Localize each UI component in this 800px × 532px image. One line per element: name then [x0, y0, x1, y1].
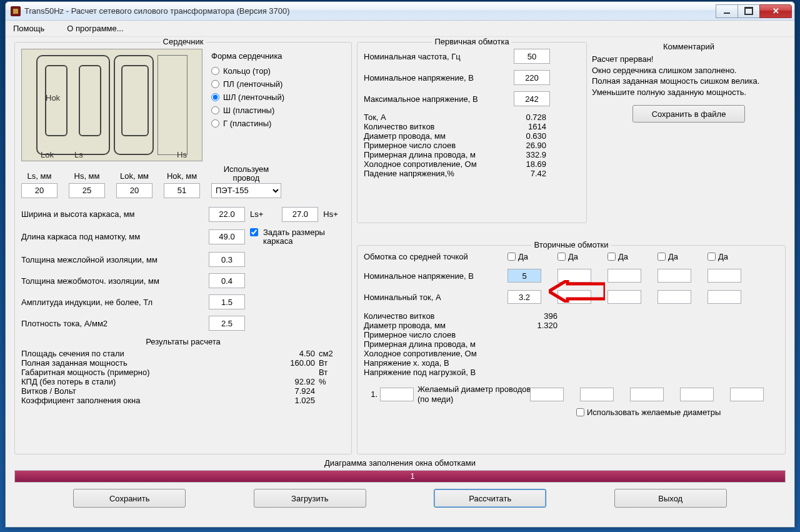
- freq-input[interactable]: [514, 49, 550, 64]
- shape-header: Форма сердечника: [211, 51, 345, 61]
- app-window: Trans50Hz - Расчет сетевого силового тра…: [5, 1, 795, 528]
- frame-len-input[interactable]: [209, 229, 245, 244]
- interlayer-label: Толщина межслойной изоляции, мм: [21, 255, 209, 264]
- sec-inom-2[interactable]: [558, 290, 591, 304]
- exit-button[interactable]: Выход: [614, 489, 727, 508]
- minimize-button[interactable]: [716, 4, 738, 18]
- label-ls: Ls: [74, 150, 83, 159]
- core-diagram: Hok Lok Ls Hs: [21, 49, 202, 161]
- calc-button[interactable]: Рассчитать: [434, 489, 546, 508]
- vmax-label: Максимальное напряжение, В: [364, 94, 514, 104]
- wire-label1: Используем: [224, 164, 269, 174]
- primary-group: Первичная обмотка Номинальная частота, Г…: [357, 42, 587, 223]
- titlebar: Trans50Hz - Расчет сетевого силового тра…: [6, 2, 794, 21]
- induction-label: Амплитуда индукции, не более, Тл: [21, 298, 209, 307]
- wish-d-5[interactable]: [730, 388, 764, 401]
- interwind-input[interactable]: [209, 273, 245, 288]
- vmax-input[interactable]: [514, 91, 550, 106]
- menu-about[interactable]: О программе...: [64, 23, 126, 34]
- diagram-label: Диаграмма заполнения окна обмотками: [14, 458, 786, 468]
- wish-label: Желаемый диаметр проводов (по меди): [418, 384, 535, 404]
- comment-legend: Комментарий: [592, 42, 786, 51]
- sec-vnom-3[interactable]: [608, 269, 641, 283]
- induction-input[interactable]: [209, 294, 245, 309]
- lok-label: Lok, мм: [116, 171, 152, 181]
- save-file-button[interactable]: Сохранить в файле: [632, 105, 745, 123]
- label-hok: Hok: [46, 93, 60, 103]
- sec-vnom-1[interactable]: [508, 269, 541, 283]
- sec-inom-3[interactable]: [608, 290, 641, 304]
- wish-d-3[interactable]: [630, 388, 664, 401]
- vnom-label: Номинальное напряжение, В: [364, 73, 514, 83]
- load-button[interactable]: Загрузить: [254, 489, 366, 508]
- hok-input[interactable]: [164, 183, 200, 198]
- sec-vnom-4[interactable]: [658, 269, 691, 283]
- use-wish-label: Использовать желаемые диаметры: [587, 408, 721, 417]
- radio-shl[interactable]: ШЛ (ленточный): [211, 91, 345, 104]
- set-frame-label: Задать размеры каркаса: [263, 228, 345, 246]
- comment-text: Расчет прерван!Окно сердечника слишком з…: [592, 54, 786, 98]
- radio-pl[interactable]: ПЛ (ленточный): [211, 78, 345, 91]
- wish-d-4[interactable]: [680, 388, 714, 401]
- secondary-group: Вторичные обмотки Обмотка со средней точ…: [357, 245, 786, 454]
- wish-d-1[interactable]: [530, 388, 564, 401]
- wish-num: 1.: [364, 389, 378, 399]
- sec-inom-4[interactable]: [658, 290, 691, 304]
- sec-inom-5[interactable]: [708, 290, 741, 304]
- radio-ring[interactable]: Кольцо (тор): [211, 64, 345, 78]
- frame-w-input[interactable]: [209, 207, 245, 222]
- freq-label: Номинальная частота, Гц: [364, 52, 514, 61]
- density-input[interactable]: [209, 316, 245, 331]
- sec-inom-label: Номинальный ток, А: [364, 293, 508, 302]
- close-button[interactable]: ✕: [759, 4, 792, 18]
- midtap-chk-1[interactable]: Да: [508, 252, 546, 261]
- midtap-chk-5[interactable]: Да: [708, 252, 746, 261]
- midtap-chk-2[interactable]: Да: [558, 252, 596, 261]
- wire-label2: провод: [233, 173, 260, 183]
- hs-input[interactable]: [69, 183, 105, 198]
- sec-vnom-label: Номинальное напряжение, В: [364, 271, 508, 281]
- midtap-chk-3[interactable]: Да: [608, 252, 646, 261]
- hs-label: Hs, мм: [69, 171, 105, 181]
- maximize-button[interactable]: [738, 4, 760, 18]
- window-title: Trans50Hz - Расчет сетевого силового тра…: [24, 6, 716, 16]
- save-button[interactable]: Сохранить: [73, 489, 186, 508]
- ls-input[interactable]: [21, 183, 58, 198]
- results-header: Результаты расчета: [21, 337, 345, 346]
- fill-progress: 1: [14, 470, 786, 483]
- wish-input-0[interactable]: [380, 388, 414, 401]
- menubar: Помощь О программе...: [6, 21, 794, 37]
- midtap-label: Обмотка со средней точкой: [364, 252, 508, 261]
- sec-vnom-2[interactable]: [558, 269, 591, 283]
- label-lok: Lok: [41, 150, 54, 159]
- frame-h-sfx: Hs+: [323, 209, 338, 219]
- sec-inom-1[interactable]: [508, 290, 541, 304]
- core-group: Сердечник Hok Lok Ls Hs Форма сердечника…: [14, 42, 352, 454]
- core-shape-form: Форма сердечника Кольцо (тор) ПЛ (ленточ…: [211, 49, 345, 161]
- hok-label: Hok, мм: [164, 171, 200, 181]
- label-hs: Hs: [177, 150, 187, 159]
- midtap-chk-4[interactable]: Да: [658, 252, 696, 261]
- lok-input[interactable]: [116, 183, 152, 198]
- comment-group: Комментарий Расчет прерван!Окно сердечни…: [592, 42, 786, 239]
- secondary-legend: Вторичные обмотки: [531, 240, 611, 249]
- frame-h-input[interactable]: [282, 207, 318, 222]
- wish-d-2[interactable]: [580, 388, 614, 401]
- menu-help[interactable]: Помощь: [11, 23, 47, 34]
- interlayer-input[interactable]: [209, 252, 245, 267]
- density-label: Плотность тока, А/мм2: [21, 319, 209, 328]
- core-legend: Сердечник: [161, 37, 206, 46]
- frame-w-sfx: Ls+: [250, 209, 263, 219]
- ls-label: Ls, мм: [21, 171, 58, 181]
- app-icon: [11, 6, 21, 16]
- use-wish-checkbox[interactable]: [576, 408, 584, 416]
- interwind-label: Толщина межобмоточ. изоляции, мм: [21, 276, 209, 286]
- radio-g[interactable]: Г (пластины): [211, 117, 345, 130]
- set-frame-checkbox[interactable]: [250, 228, 258, 236]
- radio-sh[interactable]: Ш (пластины): [211, 104, 345, 117]
- wire-select[interactable]: ПЭТ-155: [211, 183, 281, 198]
- results-grid: Площадь сечения по стали4.50см2 Полная з…: [21, 349, 345, 405]
- sec-vnom-5[interactable]: [708, 269, 741, 283]
- client-area: Сердечник Hok Lok Ls Hs Форма сердечника…: [6, 37, 794, 527]
- vnom-input[interactable]: [514, 70, 550, 85]
